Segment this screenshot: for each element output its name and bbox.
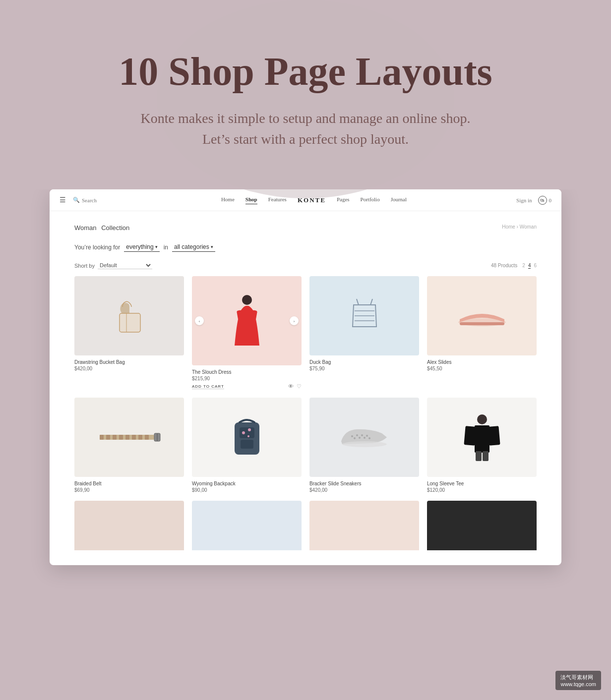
product-name-8: Long Sleeve Tee	[427, 481, 537, 486]
product-name-2: The Slouch Dress	[192, 369, 302, 375]
product-price-3: $75,90	[309, 366, 419, 371]
svg-point-34	[364, 437, 366, 439]
svg-rect-24	[241, 440, 253, 449]
svg-rect-14	[113, 435, 117, 440]
svg-rect-39	[464, 426, 476, 446]
svg-rect-19	[145, 435, 149, 440]
search-area[interactable]: 🔍 Search	[73, 197, 97, 203]
product-image-7	[309, 398, 419, 477]
tote-placeholder	[309, 276, 419, 355]
nav-link-portfolio[interactable]: Portfolio	[361, 196, 380, 204]
svg-point-25	[242, 431, 245, 434]
bag-placeholder	[74, 276, 184, 355]
product-card-2[interactable]: ‹ › The Slouch Dress $215,90	[192, 276, 302, 390]
hamburger-icon[interactable]: ☰	[60, 196, 66, 204]
sort-right: 48 Products 2 4 6	[491, 263, 537, 269]
products-count: 48 Products	[491, 263, 517, 268]
watermark-line2: www.tqge.com	[560, 681, 596, 687]
svg-point-36	[342, 441, 387, 447]
product-image-8	[427, 398, 537, 477]
hero-title: 10 Shop Page Layouts	[20, 50, 591, 93]
nav-right: Sign in 🛍 0	[516, 196, 551, 205]
product-actions-2: ADD TO CART 👁 ♡	[192, 383, 302, 390]
product-card-8[interactable]: Long Sleeve Tee $120,00	[427, 398, 537, 493]
add-to-cart-button[interactable]: ADD TO CART	[192, 384, 224, 389]
cart-count: 0	[549, 197, 552, 203]
cart-icon: 🛍	[538, 196, 547, 205]
svg-point-2	[242, 295, 252, 305]
longsleeve-placeholder	[427, 398, 537, 477]
grid-6-option[interactable]: 6	[534, 263, 537, 269]
svg-rect-40	[488, 426, 500, 446]
product-card-5[interactable]: Braided Belt $69,90	[74, 398, 184, 493]
filter-in: in	[164, 244, 168, 251]
chevron-down-icon-2: ▾	[211, 244, 213, 249]
longsleeve-svg	[462, 412, 502, 462]
sort-select[interactable]: Default Price: Low to High Price: High t…	[98, 262, 152, 269]
svg-rect-10	[460, 322, 504, 325]
product-card-6[interactable]: Wyoming Backpack $90,00	[192, 398, 302, 493]
svg-point-30	[361, 434, 363, 436]
svg-rect-17	[132, 435, 136, 440]
svg-rect-38	[475, 425, 489, 453]
product-price-6: $90,00	[192, 487, 302, 493]
product-name-6: Wyoming Backpack	[192, 481, 302, 486]
product-price-7: $420,00	[309, 487, 419, 493]
product-price-5: $69,90	[74, 487, 184, 493]
sort-label: Short by	[74, 263, 95, 269]
wishlist-icon[interactable]: ♡	[297, 383, 302, 390]
breadcrumb: Home › Woman	[502, 224, 537, 230]
sort-row: Short by Default Price: Low to High Pric…	[74, 262, 537, 269]
svg-point-28	[351, 435, 353, 437]
search-label: Search	[82, 197, 97, 203]
chevron-down-icon: ▾	[155, 244, 158, 249]
filter-keyword-value: everything	[126, 243, 153, 250]
product-image-1	[74, 276, 184, 355]
svg-point-27	[247, 435, 249, 437]
product-card-4[interactable]: Alex Slides $45,50	[427, 276, 537, 390]
nav-link-pages[interactable]: Pages	[337, 196, 350, 204]
prev-arrow[interactable]: ‹	[195, 316, 204, 325]
svg-point-26	[248, 428, 251, 431]
product-card-7[interactable]: Bracker Slide Sneakers $420,00	[309, 398, 419, 493]
svg-rect-0	[120, 313, 140, 332]
quick-view-icon[interactable]: 👁	[288, 383, 294, 390]
product-card-3[interactable]: Duck Bag $75,90	[309, 276, 419, 390]
svg-rect-42	[483, 451, 489, 461]
sort-left: Short by Default Price: Low to High Pric…	[74, 262, 152, 269]
watermark-line1: 淡气哥素材网	[560, 674, 596, 681]
svg-point-31	[366, 435, 368, 437]
grid-2-option[interactable]: 2	[522, 263, 525, 269]
sneaker-placeholder	[309, 398, 419, 477]
product-name-1: Drawstring Bucket Bag	[74, 359, 184, 365]
cart-button[interactable]: 🛍 0	[538, 196, 552, 205]
svg-point-33	[359, 437, 361, 439]
nav-link-shop[interactable]: Shop	[245, 196, 257, 204]
product-price-1: $420,00	[74, 366, 184, 371]
belt-svg	[97, 430, 162, 445]
nav-link-journal[interactable]: Journal	[391, 196, 407, 204]
backpack-placeholder	[192, 398, 302, 477]
shop-content: Woman Collection Home › Woman You’re loo…	[50, 211, 561, 565]
product-price-4: $45,50	[427, 366, 537, 371]
svg-rect-15	[119, 435, 123, 440]
svg-rect-16	[125, 435, 129, 440]
cart-bag-icon: 🛍	[540, 198, 545, 203]
next-arrow[interactable]: ›	[290, 316, 299, 325]
slide-svg	[457, 303, 507, 328]
svg-point-29	[356, 434, 358, 436]
product-image-6	[192, 398, 302, 477]
product-card-1[interactable]: Drawstring Bucket Bag $420,00	[74, 276, 184, 390]
product-image-5	[74, 398, 184, 477]
filter-keyword-dropdown[interactable]: everything ▾	[124, 242, 159, 252]
filter-category-dropdown[interactable]: all categories ▾	[172, 242, 215, 252]
shop-header-row: Woman Collection Home › Woman	[74, 224, 537, 232]
grid-4-option[interactable]: 4	[528, 263, 531, 269]
product-image-2: ‹ ›	[192, 276, 302, 365]
browser-window: ☰ 🔍 Search Home Shop Features KONTE Page…	[50, 189, 561, 565]
nav-link-home[interactable]: Home	[221, 196, 235, 204]
sign-in-link[interactable]: Sign in	[516, 197, 532, 203]
watermark: 淡气哥素材网 www.tqge.com	[555, 671, 601, 690]
svg-rect-12	[100, 435, 104, 440]
svg-point-37	[477, 414, 487, 424]
